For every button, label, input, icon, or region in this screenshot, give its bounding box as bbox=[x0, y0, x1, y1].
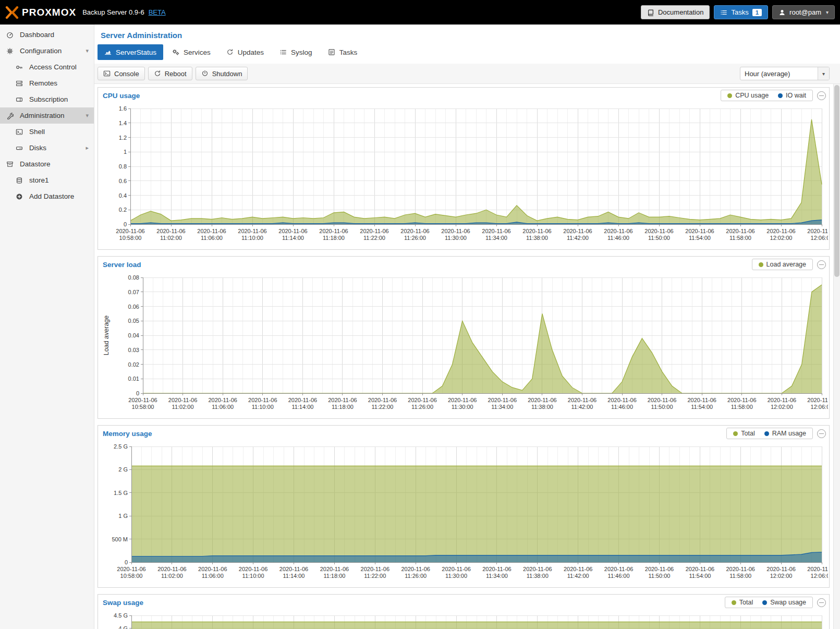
svg-text:2020-11-06: 2020-11-06 bbox=[644, 228, 673, 234]
tab-updates[interactable]: Updates bbox=[220, 44, 271, 60]
sidebar-item-label: Access Control bbox=[29, 63, 77, 71]
user-menu-button[interactable]: root@pam ▾ bbox=[772, 5, 835, 19]
svg-text:2020-11-06: 2020-11-06 bbox=[568, 397, 596, 403]
svg-text:11:14:00: 11:14:00 bbox=[291, 404, 313, 410]
svg-text:11:22:00: 11:22:00 bbox=[363, 235, 385, 241]
svg-text:1 G: 1 G bbox=[118, 513, 128, 519]
legend-item-total[interactable]: Total bbox=[733, 430, 754, 437]
svg-text:2020-11-06: 2020-11-06 bbox=[116, 228, 144, 234]
svg-text:0: 0 bbox=[136, 390, 139, 396]
caret-down-icon[interactable]: ▾ bbox=[86, 112, 89, 119]
sidebar-item-store1[interactable]: store1 bbox=[0, 172, 94, 188]
svg-text:2020-11-06: 2020-11-06 bbox=[238, 228, 266, 234]
svg-text:0.06: 0.06 bbox=[128, 304, 139, 310]
legend-item-swap-usage[interactable]: Swap usage bbox=[762, 599, 806, 606]
svg-text:0.6: 0.6 bbox=[119, 178, 127, 184]
svg-text:11:30:00: 11:30:00 bbox=[445, 573, 467, 579]
chevron-down-icon[interactable]: ▾ bbox=[818, 67, 829, 80]
tab-tasks[interactable]: Tasks bbox=[321, 44, 364, 60]
svg-text:11:58:00: 11:58:00 bbox=[729, 573, 751, 579]
scrollbar-thumb[interactable] bbox=[834, 85, 839, 277]
svg-text:2020-11-06: 2020-11-06 bbox=[645, 566, 674, 572]
sidebar-item-remotes[interactable]: Remotes bbox=[0, 75, 94, 91]
caret-down-icon[interactable]: ▾ bbox=[86, 47, 89, 54]
svg-text:2020-11-06: 2020-11-06 bbox=[279, 566, 308, 572]
chart-area-icon bbox=[104, 49, 112, 56]
button-label: Reboot bbox=[165, 70, 187, 78]
database-icon bbox=[16, 177, 25, 184]
svg-text:10:58:00: 10:58:00 bbox=[120, 573, 143, 579]
svg-text:11:42:00: 11:42:00 bbox=[571, 404, 593, 410]
server-load-chart: 00.010.020.030.040.050.060.070.082020-11… bbox=[98, 272, 828, 418]
tab-syslog[interactable]: Syslog bbox=[273, 44, 319, 60]
user-label: root@pam bbox=[789, 8, 821, 16]
svg-text:11:34:00: 11:34:00 bbox=[491, 404, 513, 410]
console-button[interactable]: Console bbox=[98, 67, 145, 80]
tab-serverstatus[interactable]: ServerStatus bbox=[98, 44, 163, 60]
sidebar-item-add-datastore[interactable]: Add Datastore bbox=[0, 188, 94, 204]
svg-text:Load average: Load average bbox=[103, 316, 110, 356]
legend-item-cpu-usage[interactable]: CPU usage bbox=[727, 92, 769, 99]
tab-services[interactable]: Services bbox=[165, 44, 217, 60]
svg-text:2020-11-06: 2020-11-06 bbox=[686, 566, 714, 572]
sidebar-item-label: Subscription bbox=[29, 95, 68, 103]
svg-text:11:54:00: 11:54:00 bbox=[689, 235, 711, 241]
svg-text:11:10:00: 11:10:00 bbox=[252, 404, 274, 410]
svg-text:2020-11-06: 2020-11-06 bbox=[685, 228, 714, 234]
vertical-scrollbar[interactable] bbox=[833, 84, 840, 629]
shutdown-button[interactable]: Shutdown bbox=[196, 67, 248, 80]
svg-text:2020-11-06: 2020-11-06 bbox=[157, 566, 186, 572]
timeframe-select[interactable]: Hour (average) ▾ bbox=[740, 67, 830, 80]
svg-text:11:58:00: 11:58:00 bbox=[731, 404, 753, 410]
proxmox-logo-icon bbox=[5, 6, 19, 19]
list-icon bbox=[720, 9, 727, 16]
legend-item-io-wait[interactable]: IO wait bbox=[778, 92, 806, 99]
sidebar-item-shell[interactable]: Shell bbox=[0, 124, 94, 140]
collapse-panel-button[interactable] bbox=[817, 260, 826, 269]
collapse-panel-button[interactable] bbox=[817, 429, 826, 438]
sidebar-item-administration[interactable]: Administration▾ bbox=[0, 107, 94, 124]
svg-text:2.5 G: 2.5 G bbox=[114, 443, 128, 450]
tasks-button[interactable]: Tasks 1 bbox=[714, 5, 768, 19]
svg-text:2020-11-06: 2020-11-06 bbox=[807, 566, 828, 572]
tasks-label: Tasks bbox=[731, 8, 748, 16]
legend-item-total[interactable]: Total bbox=[732, 599, 753, 606]
svg-text:2020-11-06: 2020-11-06 bbox=[768, 397, 796, 403]
archive-icon bbox=[6, 161, 15, 168]
sidebar-item-dashboard[interactable]: Dashboard bbox=[0, 27, 94, 43]
caret-right-icon[interactable]: ▸ bbox=[86, 144, 89, 151]
legend-item-load-average[interactable]: Load average bbox=[759, 261, 806, 268]
panel-header: Memory usage TotalRAM usage bbox=[98, 426, 829, 441]
sidebar-item-disks[interactable]: Disks▸ bbox=[0, 140, 94, 156]
sidebar-item-subscription[interactable]: Subscription bbox=[0, 91, 94, 107]
key-icon bbox=[16, 64, 25, 71]
legend-dot bbox=[759, 262, 763, 267]
svg-text:11:18:00: 11:18:00 bbox=[323, 235, 345, 241]
button-label: Shutdown bbox=[212, 70, 242, 78]
beta-link[interactable]: BETA bbox=[149, 8, 166, 16]
sidebar-item-configuration[interactable]: Configuration▾ bbox=[0, 43, 94, 59]
legend-item-ram-usage[interactable]: RAM usage bbox=[764, 430, 806, 437]
toolbar-buttons: ConsoleRebootShutdown bbox=[98, 67, 248, 80]
collapse-panel-button[interactable] bbox=[817, 91, 826, 100]
panel-title: Server load bbox=[103, 261, 141, 269]
svg-text:1.2: 1.2 bbox=[119, 135, 127, 141]
svg-text:2020-11-06: 2020-11-06 bbox=[726, 228, 754, 234]
reboot-button[interactable]: Reboot bbox=[148, 67, 192, 80]
collapse-panel-button[interactable] bbox=[817, 598, 826, 607]
svg-text:2020-11-06: 2020-11-06 bbox=[482, 228, 510, 234]
svg-text:2020-11-06: 2020-11-06 bbox=[528, 397, 556, 403]
svg-text:2020-11-06: 2020-11-06 bbox=[400, 228, 429, 234]
sidebar-item-datastore[interactable]: Datastore bbox=[0, 156, 94, 172]
main-content: Server Administration ServerStatusServic… bbox=[94, 25, 840, 629]
svg-text:0.02: 0.02 bbox=[128, 361, 139, 368]
svg-text:1: 1 bbox=[124, 149, 127, 155]
ticket-icon bbox=[16, 96, 25, 103]
sidebar-item-access-control[interactable]: Access Control bbox=[0, 59, 94, 75]
legend-label: Total bbox=[739, 599, 753, 606]
server-icon bbox=[16, 80, 25, 87]
documentation-button[interactable]: Documentation bbox=[641, 5, 710, 19]
svg-text:2020-11-06: 2020-11-06 bbox=[117, 566, 145, 572]
svg-text:4 G: 4 G bbox=[118, 625, 128, 629]
svg-text:2020-11-06: 2020-11-06 bbox=[408, 397, 436, 403]
